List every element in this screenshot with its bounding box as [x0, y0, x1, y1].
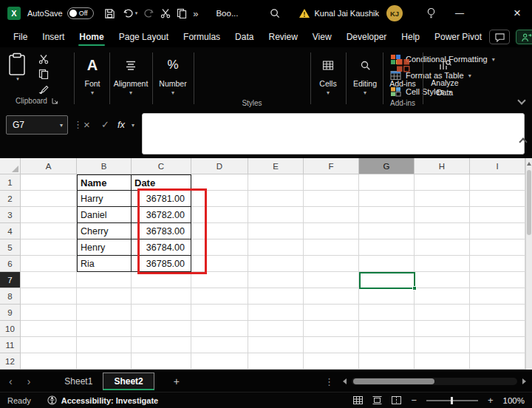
cell-H2[interactable] [415, 191, 470, 207]
undo-dropdown-icon[interactable]: ▾ [135, 10, 138, 16]
cell-I2[interactable] [470, 191, 525, 207]
cell-D6[interactable] [191, 256, 248, 272]
cell-A10[interactable] [21, 321, 77, 337]
cell-G9[interactable] [359, 305, 415, 321]
cell-E1[interactable] [248, 174, 304, 191]
scroll-right-icon[interactable] [522, 378, 526, 384]
cell-G6[interactable] [359, 256, 415, 272]
name-box[interactable]: G7 ▾ [6, 115, 68, 135]
row-header-8[interactable]: 8 [0, 288, 21, 305]
sheet-tab-sheet1[interactable]: Sheet1 [54, 373, 103, 390]
menu-data[interactable]: Data [228, 27, 261, 47]
cell-A3[interactable] [21, 207, 77, 223]
quick-access-overflow-icon[interactable]: » [193, 8, 198, 19]
cell-A6[interactable] [21, 256, 77, 272]
cell-C12[interactable] [132, 353, 191, 370]
cell-B9[interactable] [77, 305, 132, 321]
document-title[interactable]: Boo... [216, 9, 238, 18]
cell-H3[interactable] [415, 207, 470, 223]
undo-button[interactable]: ▾ [123, 8, 138, 18]
scroll-up-icon[interactable] [527, 162, 531, 166]
cell-F2[interactable] [304, 191, 359, 207]
row-header-6[interactable]: 6 [0, 256, 21, 272]
accessibility-status[interactable]: Accessibility: Investigate [61, 396, 158, 405]
vertical-scroll-thumb[interactable] [527, 170, 531, 235]
row-header-9[interactable]: 9 [0, 305, 21, 321]
avatar[interactable]: KJ [386, 5, 403, 21]
autosave-toggle[interactable]: Off [67, 7, 94, 19]
cell-G5[interactable] [359, 239, 415, 256]
save-icon[interactable] [104, 8, 115, 19]
cell-D4[interactable] [191, 223, 248, 239]
menu-view[interactable]: View [305, 27, 339, 47]
horizontal-scroll-thumb[interactable] [353, 378, 434, 384]
cell-A2[interactable] [21, 191, 77, 207]
cell-F12[interactable] [304, 353, 359, 370]
row-header-3[interactable]: 3 [0, 207, 21, 223]
font-group-button[interactable]: A Font ▾ [75, 47, 109, 109]
cell-D12[interactable] [191, 353, 248, 370]
cell-B8[interactable] [77, 288, 132, 305]
column-header-F[interactable]: F [304, 158, 359, 174]
warning-icon[interactable] [299, 8, 310, 18]
cell-B3[interactable]: Daniel [77, 207, 132, 223]
cell-I1[interactable] [470, 174, 525, 191]
menu-developer[interactable]: Developer [339, 27, 395, 47]
cell-E5[interactable] [248, 239, 304, 256]
enter-icon[interactable]: ✓ [101, 119, 109, 130]
accessibility-icon[interactable] [47, 395, 57, 405]
zoom-in-button[interactable]: + [488, 395, 494, 406]
minimize-button[interactable]: — [452, 4, 467, 22]
name-box-dropdown-icon[interactable]: ▾ [60, 122, 67, 129]
sheet-prev-icon[interactable]: ‹ [6, 375, 16, 387]
cell-C5[interactable]: 36784.00 [132, 239, 191, 256]
cancel-icon[interactable]: × [83, 118, 90, 131]
cell-D8[interactable] [191, 288, 248, 305]
cell-A8[interactable] [21, 288, 77, 305]
menu-formulas[interactable]: Formulas [176, 27, 228, 47]
cell-G12[interactable] [359, 353, 415, 370]
cell-H6[interactable] [415, 256, 470, 272]
zoom-slider[interactable] [426, 400, 478, 401]
menu-insert[interactable]: Insert [35, 27, 72, 47]
row-header-5[interactable]: 5 [0, 239, 21, 256]
cell-I10[interactable] [470, 321, 525, 337]
cell-F1[interactable] [304, 174, 359, 191]
cell-G2[interactable] [359, 191, 415, 207]
menu-page-layout[interactable]: Page Layout [112, 27, 176, 47]
redo-button[interactable] [143, 8, 154, 18]
cell-B5[interactable]: Henry [77, 239, 132, 256]
zoom-out-button[interactable]: − [411, 395, 417, 406]
menu-file[interactable]: File [6, 27, 35, 47]
cell-H11[interactable] [415, 337, 470, 353]
column-header-A[interactable]: A [21, 158, 77, 174]
cell-G11[interactable] [359, 337, 415, 353]
copy-ribbon-icon[interactable] [38, 69, 49, 79]
cell-D11[interactable] [191, 337, 248, 353]
column-header-H[interactable]: H [415, 158, 470, 174]
cell-A1[interactable] [21, 174, 77, 191]
cut-icon[interactable] [160, 8, 171, 18]
cell-G10[interactable] [359, 321, 415, 337]
sheet-tab-sheet2[interactable]: Sheet2 [103, 373, 154, 390]
cell-B2[interactable]: Harry [77, 191, 132, 207]
cell-H5[interactable] [415, 239, 470, 256]
cut-ribbon-icon[interactable] [38, 54, 49, 64]
cell-G8[interactable] [359, 288, 415, 305]
cell-C4[interactable]: 36783.00 [132, 223, 191, 239]
vertical-scrollbar[interactable] [525, 158, 532, 370]
paste-dropdown-icon[interactable]: ▾ [16, 76, 19, 82]
user-name[interactable]: Kunal Jai Kaushik [315, 9, 379, 18]
cell-B12[interactable] [77, 353, 132, 370]
cell-F4[interactable] [304, 223, 359, 239]
cell-B11[interactable] [77, 337, 132, 353]
cell-E7[interactable] [248, 272, 304, 288]
lightbulb-icon[interactable] [426, 7, 436, 19]
column-header-E[interactable]: E [248, 158, 304, 174]
tab-options-icon[interactable]: ⋮ [324, 376, 334, 387]
cell-G4[interactable] [359, 223, 415, 239]
cell-C6[interactable]: 36785.00 [132, 256, 191, 272]
comments-button[interactable] [489, 30, 510, 44]
cell-C10[interactable] [132, 321, 191, 337]
cell-H7[interactable] [415, 272, 470, 288]
